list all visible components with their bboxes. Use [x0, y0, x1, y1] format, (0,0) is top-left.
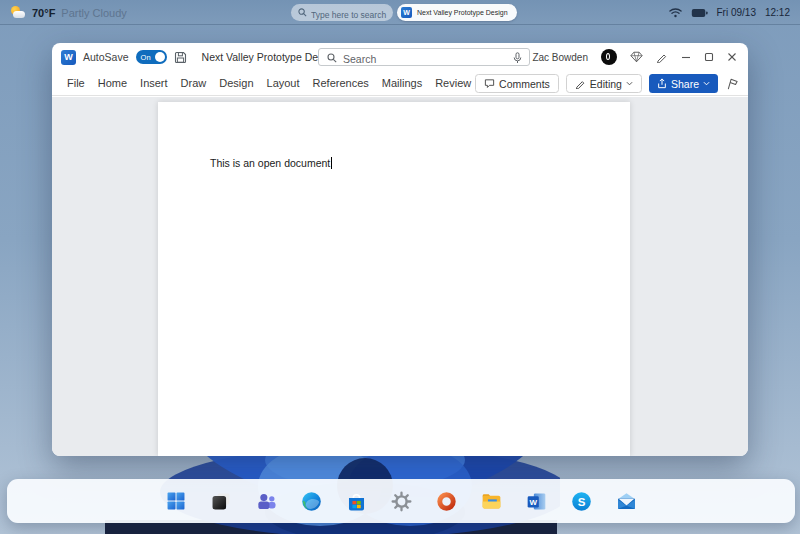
microphone-icon[interactable]: [513, 52, 522, 64]
ribbon-tabs: File Home Insert Draw Design Layout Refe…: [52, 77, 544, 89]
tab-mailings[interactable]: Mailings: [382, 77, 422, 89]
text-caret: [331, 157, 332, 169]
comments-button[interactable]: Comments: [475, 74, 559, 93]
word-search-input[interactable]: [319, 51, 529, 67]
tab-file[interactable]: File: [67, 77, 85, 89]
running-app-pill[interactable]: W Next Valley Prototype Design: [397, 4, 517, 21]
chevron-down-icon: [626, 81, 633, 86]
search-icon: [327, 53, 337, 63]
tab-insert[interactable]: Insert: [140, 77, 168, 89]
taskbar-button-task-view[interactable]: [208, 488, 234, 514]
search-icon: [298, 8, 307, 17]
partly-cloudy-icon: [10, 6, 26, 20]
taskbar-button-start[interactable]: [163, 488, 189, 514]
weather-widget[interactable]: 70°F Partly Cloudy: [10, 0, 127, 25]
account-avatar[interactable]: [601, 49, 617, 65]
taskbar-button-skype[interactable]: S: [568, 488, 594, 514]
tray-date[interactable]: Fri 09/13: [717, 7, 756, 18]
wifi-icon[interactable]: [669, 7, 682, 18]
document-text: This is an open document: [210, 157, 332, 169]
tab-design[interactable]: Design: [219, 77, 253, 89]
taskbar-button-file-explorer[interactable]: [478, 488, 504, 514]
minimize-button[interactable]: [681, 52, 691, 62]
temperature-label: 70°F: [32, 7, 55, 19]
taskbar: W S: [7, 479, 795, 523]
teams-icon: [255, 490, 278, 513]
tab-review[interactable]: Review: [435, 77, 471, 89]
toggle-knob: [155, 52, 165, 62]
word-app-icon[interactable]: W: [61, 50, 76, 65]
taskbar-button-teams[interactable]: [253, 488, 279, 514]
taskbar-button-edge[interactable]: [298, 488, 324, 514]
autosave-label: AutoSave: [83, 51, 129, 63]
settings-gear-icon: [390, 490, 413, 513]
taskbar-button-word[interactable]: W: [523, 488, 549, 514]
word-icon: W: [525, 490, 548, 513]
save-icon[interactable]: [174, 51, 187, 64]
battery-icon[interactable]: [691, 8, 708, 18]
taskbar-button-mail[interactable]: [613, 488, 639, 514]
tab-layout[interactable]: Layout: [267, 77, 300, 89]
flag-icon[interactable]: [725, 77, 739, 90]
ribbon-tab-row: File Home Insert Draw Design Layout Refe…: [52, 71, 748, 96]
editing-mode-dropdown[interactable]: Editing: [566, 74, 642, 93]
store-icon: [345, 490, 368, 513]
svg-text:W: W: [529, 498, 537, 507]
tab-draw[interactable]: Draw: [181, 77, 207, 89]
office-icon: [435, 490, 458, 513]
svg-text:S: S: [577, 495, 585, 507]
skype-icon: S: [570, 490, 593, 513]
document-page[interactable]: This is an open document: [158, 102, 630, 456]
account-name[interactable]: Zac Bowden: [532, 52, 588, 63]
running-app-label: Next Valley Prototype Design: [417, 9, 508, 16]
weather-condition-label: Partly Cloudy: [61, 7, 126, 19]
file-explorer-icon: [480, 490, 503, 513]
word-window: W AutoSave On Next Valley Prototype Desi…: [52, 43, 748, 456]
word-titlebar: W AutoSave On Next Valley Prototype Desi…: [52, 43, 748, 71]
premium-gem-icon[interactable]: [630, 51, 643, 63]
taskbar-search-box[interactable]: [291, 4, 393, 21]
pen-icon: [575, 78, 586, 89]
top-bar: 70°F Partly Cloudy W Next Valley Prototy…: [0, 0, 800, 25]
pen-icon[interactable]: [656, 51, 668, 63]
taskbar-button-settings[interactable]: [388, 488, 414, 514]
edge-icon: [300, 490, 323, 513]
comment-icon: [484, 78, 495, 89]
task-view-icon: [210, 490, 232, 512]
word-search-box[interactable]: [318, 48, 530, 66]
system-tray: Fri 09/13 12:12: [669, 0, 791, 25]
mail-icon: [615, 490, 638, 513]
start-icon: [165, 490, 187, 512]
share-button[interactable]: Share: [649, 74, 718, 93]
share-icon: [657, 78, 667, 89]
tab-references[interactable]: References: [313, 77, 369, 89]
tab-home[interactable]: Home: [98, 77, 127, 89]
chevron-down-icon: [703, 81, 710, 86]
desktop-screen: 70°F Partly Cloudy W Next Valley Prototy…: [0, 0, 800, 534]
autosave-toggle[interactable]: On: [136, 50, 167, 64]
taskbar-button-store[interactable]: [343, 488, 369, 514]
taskbar-button-office[interactable]: [433, 488, 459, 514]
close-button[interactable]: [727, 52, 737, 62]
maximize-button[interactable]: [704, 52, 714, 62]
word-icon: W: [401, 7, 412, 18]
tray-clock[interactable]: 12:12: [765, 7, 790, 18]
document-canvas: This is an open document: [52, 97, 748, 456]
